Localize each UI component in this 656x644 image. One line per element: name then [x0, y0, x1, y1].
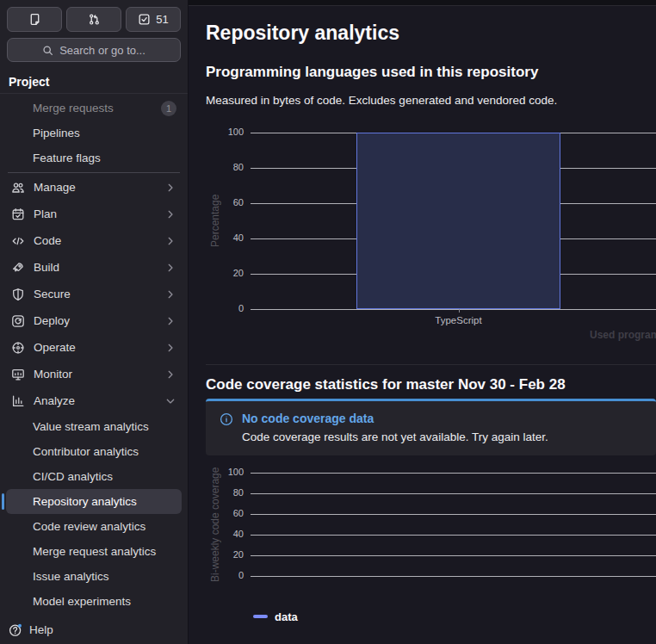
issues-icon: [28, 13, 41, 26]
merge-requests-shortcut-button[interactable]: [66, 7, 121, 32]
sidebar-item-repository-analytics[interactable]: Repository analytics: [6, 489, 182, 514]
chart-plot-area: [251, 133, 656, 309]
languages-bar-chart: Percentage 020406080100 Used programming…: [206, 126, 656, 344]
sidebar-item-label: Pipelines: [33, 127, 80, 139]
sidebar-item-label: Repository analytics: [33, 495, 137, 508]
sidebar-section-heading: Project: [9, 75, 179, 89]
issues-shortcut-button[interactable]: [7, 7, 62, 32]
chart-icon: [11, 394, 25, 408]
y-tick-label: 0: [206, 303, 244, 313]
todo-list-shortcut-button[interactable]: 51: [126, 7, 181, 32]
y-tick-label: 60: [206, 197, 244, 207]
no-coverage-alert: No code coverage data Code coverage resu…: [206, 399, 656, 455]
chevron-right-icon: [164, 262, 176, 274]
chart-plot-area: [251, 473, 656, 576]
y-tick-label: 20: [206, 549, 244, 560]
sidebar-item-help[interactable]: Help: [9, 617, 179, 642]
gridline: [251, 309, 656, 310]
alert-title: No code coverage data: [242, 412, 548, 426]
sidebar-divider: [8, 172, 180, 173]
alert-body: Code coverage results are not yet availa…: [242, 430, 548, 444]
sidebar-item-label: Feature flags: [33, 152, 101, 164]
monitor-icon: [11, 368, 25, 381]
gridline: [251, 493, 656, 494]
sidebar-item-contributor-analytics[interactable]: Contributor analytics: [6, 439, 182, 464]
y-tick-label: 80: [206, 162, 244, 172]
sidebar-nav: Merge requests1PipelinesFeature flagsMan…: [0, 93, 188, 614]
sidebar-shortcut-row: 51: [0, 0, 188, 32]
sidebar-item-label: Code: [34, 234, 61, 247]
y-tick-label: 80: [206, 487, 244, 498]
sidebar-item-label: Deploy: [34, 314, 70, 327]
y-tick-label: 0: [206, 570, 244, 580]
gridline: [251, 514, 656, 515]
sidebar-item-pipelines[interactable]: Pipelines: [6, 121, 182, 146]
sidebar-item-model-experiments[interactable]: Model experiments: [6, 589, 182, 614]
chevron-down-icon: [164, 395, 176, 407]
sidebar-item-monitor[interactable]: Monitor: [6, 361, 182, 387]
sidebar-item-label: Code review analytics: [33, 520, 145, 533]
sidebar-item-operate[interactable]: Operate: [6, 334, 182, 361]
page-title: Repository analytics: [206, 20, 656, 46]
y-tick-label: 60: [206, 508, 244, 518]
chevron-right-icon: [164, 288, 176, 300]
x-axis-title: Used programming languages: [590, 329, 656, 341]
sidebar-item-manage[interactable]: Manage: [6, 174, 182, 201]
active-indicator: [2, 493, 4, 510]
sidebar-item-secure[interactable]: Secure: [6, 281, 182, 307]
y-tick-label: 100: [206, 467, 244, 477]
sidebar-item-plan[interactable]: Plan: [6, 201, 182, 227]
legend-swatch: [253, 615, 268, 618]
sidebar-item-merge-requests[interactable]: Merge requests1: [6, 96, 182, 121]
sidebar-item-ci-cd-analytics[interactable]: CI/CD analytics: [6, 464, 182, 489]
merge-request-icon: [88, 13, 101, 26]
sidebar: 51 Search or go to... Project Merge requ…: [0, 0, 189, 644]
sidebar-item-label: Monitor: [34, 368, 72, 381]
y-tick-label: 40: [206, 232, 244, 243]
content-top-edge: [189, 0, 656, 6]
sidebar-item-label: Manage: [34, 181, 76, 194]
calendar-icon: [11, 207, 25, 221]
gridline: [251, 576, 656, 577]
sidebar-item-label: Contributor analytics: [33, 445, 139, 458]
code-icon: [11, 234, 25, 248]
search-input[interactable]: Search or go to...: [7, 38, 181, 62]
x-tick-label: TypeScript: [435, 315, 481, 325]
y-tick-label: 20: [206, 268, 244, 278]
sidebar-item-value-stream-analytics[interactable]: Value stream analytics: [6, 414, 182, 439]
sidebar-item-code-review-analytics[interactable]: Code review analytics: [6, 514, 182, 539]
sidebar-item-feature-flags[interactable]: Feature flags: [6, 146, 182, 170]
users-icon: [11, 181, 25, 195]
info-icon: [220, 412, 233, 444]
chevron-right-icon: [164, 342, 176, 354]
sidebar-footer: Help: [0, 617, 188, 644]
gridline: [251, 555, 656, 556]
gridline: [251, 535, 656, 536]
content-area: Repository analytics Programming languag…: [189, 20, 656, 632]
alert-text: No code coverage data Code coverage resu…: [242, 412, 548, 444]
sidebar-item-label: Merge requests: [33, 102, 114, 115]
sidebar-item-build[interactable]: Build: [6, 254, 182, 281]
chevron-right-icon: [164, 208, 176, 220]
sidebar-item-deploy[interactable]: Deploy: [6, 307, 182, 334]
sidebar-item-label: Plan: [34, 207, 57, 220]
operate-icon: [11, 341, 25, 355]
legend-label: data: [275, 610, 298, 623]
chevron-right-icon: [164, 235, 176, 247]
sidebar-item-label: Operate: [34, 341, 76, 354]
section-divider: [206, 364, 656, 365]
chevron-right-icon: [164, 315, 176, 327]
shield-icon: [11, 288, 25, 301]
x-tick-mark: [459, 309, 460, 313]
sidebar-item-analyze[interactable]: Analyze: [6, 387, 182, 414]
languages-section-subtitle: Measured in bytes of code. Excludes gene…: [206, 94, 656, 108]
search-icon: [42, 45, 53, 56]
sidebar-item-label: Build: [34, 261, 59, 274]
sidebar-item-code[interactable]: Code: [6, 227, 182, 254]
chart-legend[interactable]: data: [253, 610, 298, 622]
count-badge: 1: [161, 101, 176, 116]
sidebar-item-issue-analytics[interactable]: Issue analytics: [6, 564, 182, 589]
rocket-icon: [11, 261, 25, 275]
sidebar-item-label: Secure: [34, 288, 71, 300]
sidebar-item-merge-request-analytics[interactable]: Merge request analytics: [6, 539, 182, 564]
